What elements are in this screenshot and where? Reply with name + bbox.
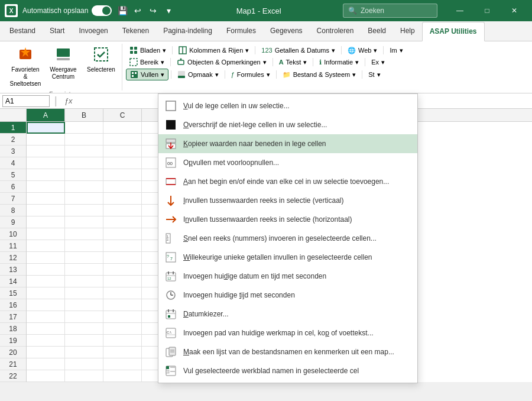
btn-ex[interactable]: Ex ▾ — [368, 57, 388, 67]
btn-informatie[interactable]: ℹ Informatie ▾ — [316, 57, 362, 67]
cell-row3-col2[interactable] — [103, 145, 142, 157]
cell-row22-col2[interactable] — [103, 370, 142, 382]
tab-pagina[interactable]: Pagina-indeling — [156, 21, 219, 41]
cell-row2-col2[interactable] — [103, 134, 142, 145]
cell-B1[interactable] — [65, 122, 103, 134]
cell-row14-col1[interactable] — [65, 276, 103, 287]
cell-row9-col1[interactable] — [65, 216, 103, 228]
row-num-15[interactable]: 15 — [0, 287, 26, 299]
cell-row7-col2[interactable] — [103, 193, 142, 205]
tab-beeld[interactable]: Beeld — [361, 21, 393, 41]
btn-bereik[interactable]: Bereik ▾ — [126, 57, 168, 67]
name-box[interactable] — [2, 95, 50, 107]
cell-row20-col2[interactable] — [103, 347, 142, 358]
btn-getallen[interactable]: 123 Getallen & Datums ▾ — [258, 46, 339, 56]
save-icon[interactable]: 💾 — [116, 5, 128, 17]
more-icon[interactable]: ▾ — [163, 5, 174, 17]
cell-row6-col1[interactable] — [65, 181, 103, 193]
btn-web[interactable]: 🌐 Web ▾ — [344, 46, 381, 56]
cell-row22-col1[interactable] — [65, 370, 103, 382]
cell-row13-col0[interactable] — [27, 264, 65, 276]
cell-row8-col1[interactable] — [65, 205, 103, 216]
close-button[interactable]: ✕ — [501, 0, 527, 21]
cell-row16-col0[interactable] — [27, 299, 65, 311]
row-num-7[interactable]: 7 — [0, 193, 26, 205]
cell-row20-col1[interactable] — [65, 347, 103, 358]
cell-row15-col1[interactable] — [65, 287, 103, 299]
btn-bladen[interactable]: Bladen ▾ — [126, 45, 170, 56]
cell-A1[interactable] — [27, 122, 65, 134]
cell-C1[interactable] — [103, 122, 142, 134]
cell-row19-col1[interactable] — [65, 335, 103, 347]
row-num-22[interactable]: 22 — [0, 370, 26, 382]
row-num-11[interactable]: 11 — [0, 240, 26, 252]
cell-row13-col1[interactable] — [65, 264, 103, 276]
cell-row21-col2[interactable] — [103, 358, 142, 370]
cell-row9-col2[interactable] — [103, 216, 142, 228]
btn-tekst[interactable]: A Tekst ▾ — [275, 57, 311, 67]
cell-row3-col0[interactable] — [27, 145, 65, 157]
cell-row7-col0[interactable] — [27, 193, 65, 205]
btn-bestand[interactable]: 📁 Bestand & Systeem ▾ — [279, 70, 360, 80]
menu-item-12[interactable]: Datumkiezer... — [158, 305, 417, 324]
menu-item-5[interactable]: Aan het begin en/of einde van elke cel i… — [158, 172, 417, 191]
menu-item-3[interactable]: Kopieer waarden naar beneden in lege cel… — [158, 134, 417, 153]
btn-weergave[interactable]: WeergaveCentrum — [45, 44, 82, 83]
cell-row11-col0[interactable] — [27, 240, 65, 252]
cell-row19-col0[interactable] — [27, 335, 65, 347]
cell-row10-col0[interactable] — [27, 228, 65, 240]
cell-row5-col2[interactable] — [103, 169, 142, 181]
cell-row9-col0[interactable] — [27, 216, 65, 228]
menu-item-2[interactable]: Overschrijf de niet-lege cellen in uw se… — [158, 115, 417, 134]
cell-row21-col0[interactable] — [27, 358, 65, 370]
cell-row18-col1[interactable] — [65, 323, 103, 335]
btn-opmaak[interactable]: Opmaak ▾ — [174, 69, 222, 80]
cell-row12-col1[interactable] — [65, 252, 103, 264]
btn-vullen[interactable]: Vullen ▾ — [126, 69, 168, 80]
tab-help[interactable]: Help — [393, 21, 422, 41]
btn-objecten[interactable]: Objecten & Opmerkingen ▾ — [173, 57, 270, 67]
row-num-16[interactable]: 16 — [0, 299, 26, 311]
undo-icon[interactable]: ↩ — [132, 5, 144, 17]
row-num-17[interactable]: 17 — [0, 311, 26, 323]
cell-row6-col0[interactable] — [27, 181, 65, 193]
menu-item-15[interactable]: Vul geselecteerde werkblad namen in gese… — [158, 361, 417, 380]
btn-selecteren[interactable]: Selecteren — [83, 44, 119, 76]
menu-item-6[interactable]: Invullen tussenwaarden reeks in selectie… — [158, 191, 417, 210]
cell-row7-col1[interactable] — [65, 193, 103, 205]
cell-row5-col0[interactable] — [27, 169, 65, 181]
cell-row15-col2[interactable] — [103, 287, 142, 299]
cell-row22-col0[interactable] — [27, 370, 65, 382]
row-num-20[interactable]: 20 — [0, 347, 26, 358]
menu-item-9[interactable]: ? 7 Willekeurige unieke getallen invulle… — [158, 248, 417, 267]
cell-row2-col1[interactable] — [65, 134, 103, 145]
cell-row11-col1[interactable] — [65, 240, 103, 252]
cell-row20-col0[interactable] — [27, 347, 65, 358]
row-num-19[interactable]: 19 — [0, 335, 26, 347]
cell-row4-col1[interactable] — [65, 157, 103, 169]
cell-row15-col0[interactable] — [27, 287, 65, 299]
row-num-1[interactable]: 1 — [0, 122, 26, 134]
row-num-12[interactable]: 12 — [0, 252, 26, 264]
cell-row21-col1[interactable] — [65, 358, 103, 370]
tab-controleren[interactable]: Controleren — [310, 21, 361, 41]
row-num-6[interactable]: 6 — [0, 181, 26, 193]
search-box[interactable]: 🔍 Zoeken — [343, 4, 437, 18]
row-num-9[interactable]: 9 — [0, 216, 26, 228]
btn-kolommen[interactable]: Kolommen & Rijen ▾ — [175, 45, 252, 56]
tab-bestand[interactable]: Bestand — [2, 21, 43, 41]
menu-item-14[interactable]: Maak een lijst van de bestandsnamen en k… — [158, 342, 417, 361]
col-header-A[interactable]: A — [27, 109, 65, 121]
cell-row16-col2[interactable] — [103, 299, 142, 311]
btn-formules-r[interactable]: ƒ Formules ▾ — [228, 70, 274, 80]
cell-row11-col2[interactable] — [103, 240, 142, 252]
cell-row10-col1[interactable] — [65, 228, 103, 240]
row-num-3[interactable]: 3 — [0, 145, 26, 157]
tab-start[interactable]: Start — [43, 21, 72, 41]
cell-row4-col2[interactable] — [103, 157, 142, 169]
menu-item-8[interactable]: 1. 2. Snel een reeks (nummers) invoeren … — [158, 229, 417, 248]
tab-formules[interactable]: Formules — [219, 21, 263, 41]
cell-row19-col2[interactable] — [103, 335, 142, 347]
row-num-10[interactable]: 10 — [0, 228, 26, 240]
row-num-4[interactable]: 4 — [0, 157, 26, 169]
